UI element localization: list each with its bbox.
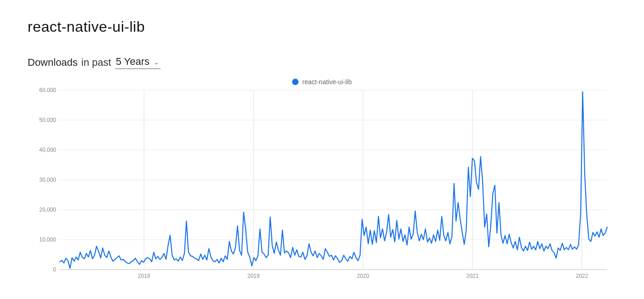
chart-svg: 010,00020,00030,00040,00050,00060,000201… xyxy=(28,86,616,283)
subtitle-prefix: Downloads xyxy=(28,57,78,69)
svg-text:50,000: 50,000 xyxy=(39,117,56,123)
svg-text:40,000: 40,000 xyxy=(39,147,56,153)
svg-text:2022: 2022 xyxy=(576,273,588,279)
legend-label: react-native-ui-lib xyxy=(302,78,351,86)
page-title: react-native-ui-lib xyxy=(28,18,616,35)
chart-legend: react-native-ui-lib xyxy=(28,78,616,86)
time-range-value: 5 Years xyxy=(116,56,150,68)
downloads-chart: 010,00020,00030,00040,00050,00060,000201… xyxy=(28,86,616,283)
svg-text:0: 0 xyxy=(53,266,56,273)
legend-color-dot xyxy=(292,79,299,85)
svg-text:2020: 2020 xyxy=(357,273,369,279)
svg-text:60,000: 60,000 xyxy=(39,87,56,93)
svg-text:2019: 2019 xyxy=(247,273,260,279)
subtitle-row: Downloads in past 5 Years ⌄ xyxy=(28,56,616,69)
chevron-down-icon: ⌄ xyxy=(154,59,159,66)
subtitle-middle: in past xyxy=(81,57,111,69)
svg-text:20,000: 20,000 xyxy=(39,207,56,213)
svg-text:2021: 2021 xyxy=(466,273,479,279)
time-range-select[interactable]: 5 Years ⌄ xyxy=(115,56,161,69)
svg-text:10,000: 10,000 xyxy=(39,236,56,243)
svg-text:30,000: 30,000 xyxy=(39,177,56,183)
svg-text:2018: 2018 xyxy=(138,273,150,279)
